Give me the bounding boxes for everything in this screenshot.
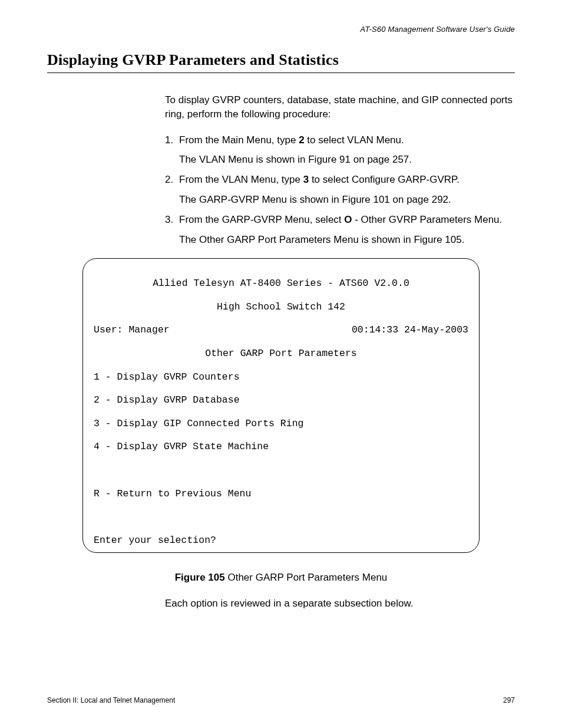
step-text-before: From the GARP-GVRP Menu, select	[179, 214, 344, 225]
terminal-user-row: User: Manager00:14:33 24-May-2003	[94, 324, 468, 336]
step-sub: The VLAN Menu is shown in Figure 91 on p…	[179, 153, 515, 167]
step-2: 2. From the VLAN Menu, type 3 to select …	[165, 173, 515, 207]
step-sub: The Other GARP Port Parameters Menu is s…	[179, 233, 515, 247]
section-title: Displaying GVRP Parameters and Statistic…	[47, 51, 515, 73]
step-sub: The GARP-GVRP Menu is shown in Figure 10…	[179, 193, 515, 207]
intro-paragraph: To display GVRP counters, database, stat…	[165, 93, 515, 121]
terminal-datetime: 00:14:33 24-May-2003	[352, 324, 468, 336]
terminal-blank	[94, 465, 468, 476]
step-key: 2	[299, 134, 304, 146]
terminal-prompt: Enter your selection?	[94, 535, 468, 546]
step-text-after: to select VLAN Menu.	[305, 134, 404, 146]
step-text-before: From the VLAN Menu, type	[179, 174, 303, 185]
step-key: 3	[303, 174, 309, 185]
step-number: 3.	[165, 213, 179, 247]
terminal-option: 3 - Display GIP Connected Ports Ring	[94, 418, 468, 430]
terminal-subtitle: Other GARP Port Parameters	[94, 348, 468, 360]
step-body: From the GARP-GVRP Menu, select O - Othe…	[179, 213, 515, 247]
terminal-option: 2 - Display GVRP Database	[94, 394, 468, 406]
page: AT-S60 Management Software User's Guide …	[0, 0, 562, 728]
step-number: 1.	[165, 133, 179, 167]
step-text-after: - Other GVRP Parameters Menu.	[352, 214, 503, 225]
body-content: To display GVRP counters, database, stat…	[47, 93, 515, 246]
terminal-option: 4 - Display GVRP State Machine	[94, 441, 468, 453]
step-body: From the Main Menu, type 2 to select VLA…	[179, 133, 515, 167]
terminal-blank	[94, 511, 468, 523]
figure-text: Other GARP Port Parameters Menu	[225, 572, 388, 583]
terminal-option: 1 - Display GVRP Counters	[94, 371, 468, 383]
step-text-before: From the Main Menu, type	[179, 134, 299, 146]
footer-right: 297	[503, 696, 515, 704]
terminal-title2: High School Switch 142	[94, 301, 468, 313]
figure-label: Figure 105	[175, 572, 225, 583]
terminal-return: R - Return to Previous Menu	[94, 488, 468, 500]
figure-caption: Figure 105 Other GARP Port Parameters Me…	[47, 572, 515, 584]
terminal-user: User: Manager	[94, 324, 170, 336]
step-3: 3. From the GARP-GVRP Menu, select O - O…	[165, 213, 515, 247]
step-body: From the VLAN Menu, type 3 to select Con…	[179, 173, 515, 207]
terminal-screen: Allied Telesyn AT-8400 Series - ATS60 V2…	[82, 258, 480, 552]
step-key: O	[344, 214, 352, 225]
step-text-after: to select Configure GARP-GVRP.	[309, 174, 459, 185]
closing-paragraph: Each option is reviewed in a separate su…	[47, 598, 515, 610]
step-1: 1. From the Main Menu, type 2 to select …	[165, 133, 515, 167]
step-number: 2.	[165, 173, 179, 207]
header-text: AT-S60 Management Software User's Guide	[47, 25, 515, 34]
footer-left: Section II: Local and Telnet Management	[47, 696, 175, 704]
page-footer: Section II: Local and Telnet Management …	[47, 696, 515, 704]
terminal-title1: Allied Telesyn AT-8400 Series - ATS60 V2…	[94, 278, 468, 289]
